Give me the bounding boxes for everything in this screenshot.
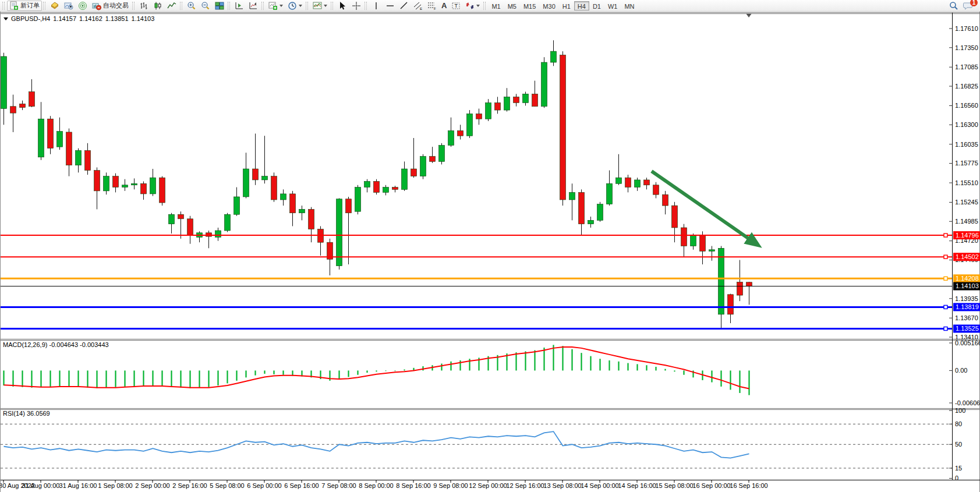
svg-text:1.16560: 1.16560 bbox=[955, 102, 978, 109]
toolbar-grip[interactable] bbox=[132, 2, 135, 10]
svg-text:E: E bbox=[420, 6, 422, 10]
crosshair-button[interactable] bbox=[349, 1, 363, 11]
toolbar-grip[interactable] bbox=[43, 2, 45, 10]
new-chart-button[interactable] bbox=[266, 1, 285, 11]
zoom-in-icon bbox=[187, 1, 196, 10]
profiles-icon bbox=[64, 1, 73, 10]
horizontal-lines[interactable]: 1.147961.145021.142081.141031.138191.135… bbox=[1, 231, 980, 332]
new-order-label: 新订单 bbox=[20, 1, 40, 10]
svg-text:0.005166: 0.005166 bbox=[955, 339, 980, 346]
svg-text:F: F bbox=[434, 7, 436, 10]
chart-collapse-icon[interactable] bbox=[3, 17, 8, 20]
timeframe-button-h4[interactable]: H4 bbox=[574, 1, 589, 10]
svg-text:1.16035: 1.16035 bbox=[955, 141, 978, 148]
timeframe-button-d1[interactable]: D1 bbox=[589, 1, 604, 10]
toolbar-grip[interactable] bbox=[331, 2, 333, 10]
chart-shift-marker[interactable] bbox=[746, 13, 752, 17]
notification-badge: 1 bbox=[970, 0, 978, 6]
fibonacci-button[interactable]: F bbox=[425, 1, 439, 11]
price-tag-1.14208: 1.14208 bbox=[953, 274, 980, 282]
arrows-tool-button[interactable] bbox=[463, 1, 482, 11]
auto-trading-button[interactable]: 自动交易 bbox=[90, 1, 131, 11]
trendline-icon bbox=[399, 1, 409, 10]
templates-button[interactable] bbox=[310, 1, 330, 11]
label-tool-button[interactable]: T bbox=[449, 1, 463, 11]
horizontal-line-button[interactable] bbox=[383, 1, 397, 11]
profiles-button[interactable] bbox=[62, 1, 76, 11]
toolbar-grip[interactable] bbox=[306, 2, 308, 10]
svg-text:1.15510: 1.15510 bbox=[955, 179, 978, 186]
price-tag-1.14502: 1.14502 bbox=[953, 253, 980, 261]
timeframe-button-m30[interactable]: M30 bbox=[539, 1, 558, 10]
svg-text:7 Sep 08:00: 7 Sep 08:00 bbox=[321, 482, 356, 489]
svg-text:1.17610: 1.17610 bbox=[955, 25, 978, 32]
timeframe-button-m5[interactable]: M5 bbox=[504, 1, 520, 10]
search-icon bbox=[949, 1, 958, 10]
signal-button[interactable] bbox=[76, 1, 90, 11]
svg-text:2 Sep 00:00: 2 Sep 00:00 bbox=[135, 482, 169, 489]
toolbar-grip[interactable] bbox=[261, 2, 264, 10]
timeframe-button-m1[interactable]: M1 bbox=[488, 1, 504, 10]
toolbar-grip[interactable] bbox=[180, 2, 182, 10]
vertical-line-icon bbox=[372, 1, 381, 10]
search-button[interactable] bbox=[947, 1, 961, 11]
zoom-out-icon bbox=[201, 1, 210, 10]
svg-text:15 Sep 08:00: 15 Sep 08:00 bbox=[655, 482, 693, 489]
toolbar-grip[interactable] bbox=[228, 2, 230, 10]
vertical-line-button[interactable] bbox=[369, 1, 383, 11]
fibonacci-icon: F bbox=[427, 1, 437, 10]
auto-scroll-button[interactable] bbox=[232, 1, 246, 11]
svg-text:1.14985: 1.14985 bbox=[955, 218, 978, 225]
svg-text:31 Aug 00:00: 31 Aug 00:00 bbox=[22, 482, 60, 489]
line-chart-button[interactable] bbox=[165, 1, 179, 11]
svg-text:14 Sep 00:00: 14 Sep 00:00 bbox=[581, 482, 618, 489]
signal-icon bbox=[78, 1, 87, 10]
svg-text:6 Sep 00:00: 6 Sep 00:00 bbox=[247, 482, 281, 489]
svg-text:80: 80 bbox=[955, 420, 962, 427]
price-tag-1.13819: 1.13819 bbox=[953, 303, 980, 311]
chart-canvas[interactable]: 1.176101.173501.170851.168251.165601.163… bbox=[1, 12, 980, 492]
candlestick-chart-button[interactable] bbox=[151, 1, 165, 11]
chart-shift-icon bbox=[249, 1, 258, 10]
toolbar-grip[interactable] bbox=[365, 2, 367, 10]
chart-window[interactable]: GBPUSD-,H4 1.14157 1.14162 1.13851 1.141… bbox=[0, 12, 980, 492]
chart-shift-button[interactable] bbox=[246, 1, 260, 11]
svg-text:1.13525: 1.13525 bbox=[956, 325, 979, 332]
chart-ohlc-readout: GBPUSD-,H4 1.14157 1.14162 1.13851 1.141… bbox=[3, 15, 154, 22]
svg-text:1.16300: 1.16300 bbox=[955, 121, 978, 128]
market-watch-button[interactable] bbox=[48, 1, 62, 11]
timeframe-button-w1[interactable]: W1 bbox=[604, 1, 621, 10]
trendline-button[interactable] bbox=[397, 1, 411, 11]
macd-axis: 0.0051660.00-0.006064 bbox=[949, 339, 980, 406]
arrows-tool-icon bbox=[465, 1, 475, 10]
new-chart-icon bbox=[268, 1, 278, 10]
tile-windows-icon bbox=[215, 1, 224, 10]
svg-text:1.16825: 1.16825 bbox=[955, 83, 978, 90]
bar-chart-button[interactable] bbox=[137, 1, 151, 11]
new-order-button[interactable]: 新订单 bbox=[7, 1, 42, 11]
timeframe-button-m15[interactable]: M15 bbox=[520, 1, 539, 10]
svg-text:9 Sep 08:00: 9 Sep 08:00 bbox=[433, 482, 468, 489]
price-tag-1.13525: 1.13525 bbox=[953, 324, 980, 332]
period-button[interactable] bbox=[285, 1, 305, 11]
tile-windows-button[interactable] bbox=[213, 1, 227, 11]
template-chart-icon bbox=[313, 1, 322, 10]
period-caret bbox=[299, 5, 302, 7]
svg-text:5 Sep 08:00: 5 Sep 08:00 bbox=[210, 482, 244, 489]
svg-text:1.17085: 1.17085 bbox=[955, 63, 978, 70]
svg-text:1.15775: 1.15775 bbox=[955, 160, 978, 167]
zoom-in-button[interactable] bbox=[185, 1, 199, 11]
svg-text:15: 15 bbox=[955, 465, 962, 472]
text-tool-button[interactable]: A bbox=[439, 1, 449, 11]
price-tag-1.14103: 1.14103 bbox=[953, 282, 980, 291]
channel-button[interactable]: E bbox=[411, 1, 425, 11]
toolbar-grip[interactable] bbox=[483, 2, 486, 10]
toolbar-grip[interactable] bbox=[2, 2, 5, 10]
zoom-out-button[interactable] bbox=[199, 1, 213, 11]
timeframe-bar: M1M5M15M30H1H4D1W1MN bbox=[488, 1, 638, 10]
cursor-button[interactable] bbox=[335, 1, 349, 11]
notifications-button[interactable]: 1 bbox=[961, 1, 975, 11]
svg-text:14 Sep 16:00: 14 Sep 16:00 bbox=[618, 482, 656, 489]
timeframe-button-mn[interactable]: MN bbox=[621, 1, 638, 10]
timeframe-button-h1[interactable]: H1 bbox=[559, 1, 574, 10]
